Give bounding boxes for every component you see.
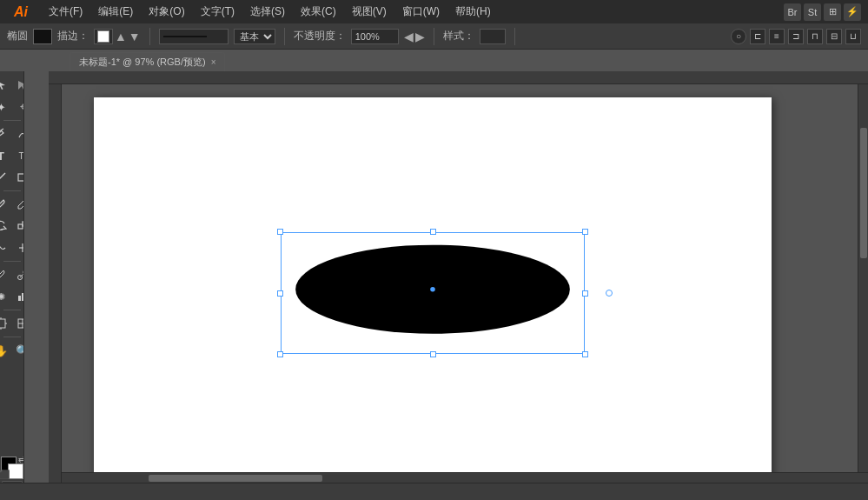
doc-tabs: 未标题-1* @ 97% (RGB/预览) × bbox=[0, 50, 868, 71]
align-top-icon[interactable]: ⊓ bbox=[807, 29, 823, 44]
opacity-input[interactable] bbox=[351, 29, 399, 44]
scrollbar-vertical[interactable] bbox=[858, 84, 868, 472]
stroke-type-select[interactable]: 基本 bbox=[234, 29, 275, 44]
svg-rect-13 bbox=[0, 319, 5, 328]
align-vcenter-icon[interactable]: ⊟ bbox=[826, 29, 842, 44]
scrollbar-horizontal[interactable] bbox=[62, 472, 868, 483]
tool-sep-4 bbox=[3, 310, 21, 310]
select-tool[interactable] bbox=[0, 75, 11, 96]
doc-tab-title: 未标题-1* @ 97% (RGB/预览) bbox=[79, 56, 206, 69]
menu-window[interactable]: 窗口(W) bbox=[395, 3, 447, 21]
svg-point-22 bbox=[430, 287, 435, 292]
handle-top-center[interactable] bbox=[430, 229, 436, 235]
align-hcenter-icon[interactable]: ≡ bbox=[769, 29, 785, 44]
curvature-tool[interactable] bbox=[12, 123, 24, 144]
handle-bottom-center[interactable] bbox=[430, 351, 436, 357]
reset-colors-icon[interactable]: ⬛ bbox=[0, 470, 10, 479]
ellipse-container[interactable] bbox=[281, 232, 585, 354]
scrollbar-h-thumb[interactable] bbox=[149, 475, 322, 482]
slice-tool[interactable] bbox=[12, 313, 24, 334]
bridge-icon[interactable]: Br bbox=[784, 3, 801, 21]
tool-row-11 bbox=[0, 313, 24, 334]
pencil-tool[interactable] bbox=[12, 194, 24, 215]
tool-row-1 bbox=[0, 75, 24, 96]
ruler-vertical bbox=[49, 84, 62, 500]
handle-middle-right[interactable] bbox=[582, 290, 588, 297]
opacity-right-btn[interactable]: ▶ bbox=[415, 30, 425, 43]
scrollbar-v-thumb[interactable] bbox=[860, 128, 867, 258]
paintbrush-tool[interactable] bbox=[0, 194, 11, 215]
handle-middle-left[interactable] bbox=[277, 290, 283, 297]
svg-line-0 bbox=[0, 173, 5, 182]
graph-tool[interactable] bbox=[12, 286, 24, 307]
type-on-path-tool[interactable]: T/ bbox=[12, 145, 24, 166]
shape-type-label: 椭圆 bbox=[7, 29, 28, 43]
line-tool[interactable] bbox=[0, 167, 11, 188]
warp-tool[interactable] bbox=[0, 237, 11, 258]
symbol-tool[interactable]: ✺ bbox=[0, 286, 11, 307]
align-right-icon[interactable]: ⊐ bbox=[788, 29, 804, 44]
handle-bottom-left[interactable] bbox=[277, 351, 283, 357]
handle-top-right[interactable] bbox=[582, 229, 588, 235]
sep1 bbox=[149, 28, 150, 45]
tool-row-12: ✋ 🔍 bbox=[0, 340, 24, 361]
scale-tool[interactable] bbox=[12, 216, 24, 237]
menu-file[interactable]: 文件(F) bbox=[42, 3, 89, 21]
workspace-icon[interactable]: ⊞ bbox=[824, 3, 841, 21]
handle-circle-right[interactable] bbox=[606, 290, 613, 297]
handle-bottom-right[interactable] bbox=[582, 351, 588, 357]
opacity-arrows: ◀ ▶ bbox=[404, 30, 425, 43]
menu-select[interactable]: 选择(S) bbox=[243, 3, 292, 21]
tool-row-2: ✦ ⌖ bbox=[0, 97, 24, 117]
fill-swatch[interactable] bbox=[33, 29, 52, 44]
rotate-tool[interactable] bbox=[0, 216, 11, 237]
style-swatch[interactable] bbox=[480, 29, 506, 44]
type-tool[interactable]: T bbox=[0, 145, 11, 166]
direct-select-tool[interactable] bbox=[12, 75, 24, 96]
magic-wand-tool[interactable]: ✦ bbox=[0, 97, 11, 117]
menu-view[interactable]: 视图(V) bbox=[345, 3, 394, 21]
canvas-document bbox=[94, 97, 772, 489]
sep2 bbox=[284, 28, 285, 45]
tool-row-7 bbox=[0, 216, 24, 237]
menu-type[interactable]: 文字(T) bbox=[194, 3, 242, 21]
title-bar-right: Br St ⊞ ⚡ bbox=[784, 3, 861, 21]
stroke-style-selector[interactable] bbox=[159, 29, 229, 44]
options-circle-icon[interactable]: ○ bbox=[731, 29, 746, 44]
search-icon[interactable]: ⚡ bbox=[844, 3, 861, 21]
app-logo: Ai bbox=[7, 4, 35, 20]
tool-row-9 bbox=[0, 264, 24, 285]
menu-object[interactable]: 对象(O) bbox=[142, 3, 191, 21]
pen-tool[interactable] bbox=[0, 123, 11, 144]
tool-row-5 bbox=[0, 167, 24, 188]
blend-tool[interactable] bbox=[12, 264, 24, 285]
menu-edit[interactable]: 编辑(E) bbox=[91, 3, 140, 21]
swap-colors-icon[interactable]: ⇄ bbox=[18, 455, 25, 464]
artboard-tool[interactable] bbox=[0, 313, 11, 334]
shape-tool[interactable] bbox=[12, 167, 24, 188]
tool-row-3 bbox=[0, 123, 24, 144]
doc-tab-main[interactable]: 未标题-1* @ 97% (RGB/预览) × bbox=[70, 52, 225, 71]
style-label: 样式： bbox=[443, 29, 474, 43]
hand-tool[interactable]: ✋ bbox=[0, 340, 11, 361]
handle-top-left[interactable] bbox=[277, 229, 283, 235]
ellipse-shape[interactable] bbox=[281, 241, 585, 354]
menu-effect[interactable]: 效果(C) bbox=[294, 3, 343, 21]
tool-sep-3 bbox=[3, 261, 21, 262]
doc-tab-close[interactable]: × bbox=[211, 57, 216, 67]
stroke-color-swatch[interactable] bbox=[94, 29, 113, 44]
stroke-up-btn[interactable]: ▲ bbox=[115, 30, 127, 43]
opacity-left-btn[interactable]: ◀ bbox=[404, 30, 414, 43]
background-color[interactable] bbox=[8, 463, 23, 479]
bridge-icons: Br St ⊞ ⚡ bbox=[784, 3, 861, 21]
align-left-icon[interactable]: ⊏ bbox=[750, 29, 765, 44]
zoom-tool[interactable]: 🔍 bbox=[12, 340, 24, 361]
sep3 bbox=[434, 28, 434, 45]
align-bottom-icon[interactable]: ⊔ bbox=[845, 29, 861, 44]
stock-icon[interactable]: St bbox=[804, 3, 821, 21]
eyedropper-tool[interactable] bbox=[0, 264, 11, 285]
lasso-tool[interactable]: ⌖ bbox=[12, 97, 24, 117]
stroke-down-btn[interactable]: ▼ bbox=[129, 30, 141, 43]
menu-help[interactable]: 帮助(H) bbox=[448, 3, 498, 21]
width-tool[interactable] bbox=[12, 237, 24, 258]
